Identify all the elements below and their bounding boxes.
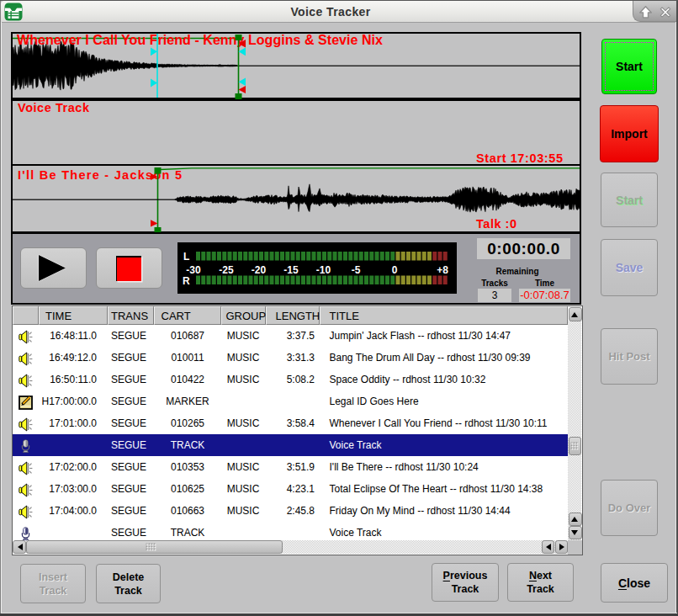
svg-text:L: L [183,251,189,263]
svg-text:Voice Track: Voice Track [18,101,90,114]
svg-text:R: R [183,275,190,287]
svg-text:0: 0 [392,264,398,276]
svg-text:-25: -25 [219,264,234,276]
svg-text:-30: -30 [186,264,201,276]
svg-text:+8: +8 [437,264,448,276]
svg-text:-10: -10 [316,264,331,276]
svg-text:Start 17:03:55: Start 17:03:55 [476,151,563,165]
svg-text:Whenever I Call You Friend - K: Whenever I Call You Friend - Kenny Loggi… [17,33,383,47]
svg-text:Talk :0: Talk :0 [476,217,516,231]
svg-text:-20: -20 [252,264,267,276]
svg-text:-15: -15 [283,264,299,276]
svg-text:-5: -5 [352,264,361,276]
